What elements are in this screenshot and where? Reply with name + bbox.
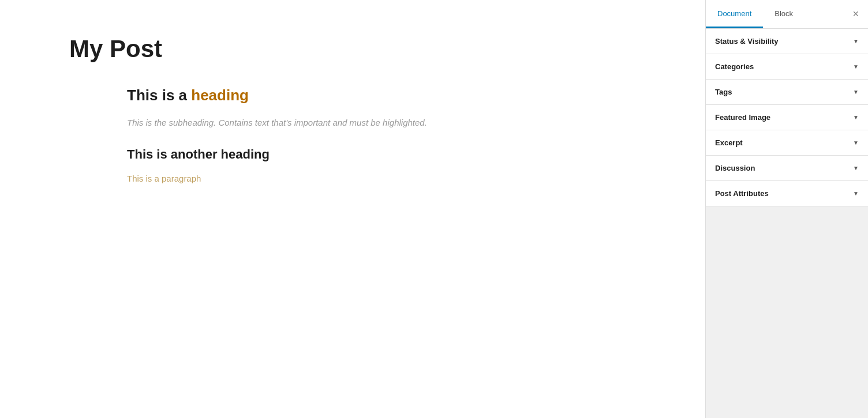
section-tags[interactable]: Tags ▼	[706, 80, 868, 105]
heading-1-highlight: heading	[191, 86, 249, 104]
section-featured-image-label: Featured Image	[715, 113, 770, 122]
chevron-down-icon: ▼	[853, 165, 859, 171]
chevron-down-icon: ▼	[853, 190, 859, 197]
heading-2: This is another heading	[127, 147, 519, 162]
chevron-down-icon: ▼	[853, 140, 859, 146]
section-tags-label: Tags	[715, 88, 732, 96]
section-post-attributes-label: Post Attributes	[715, 189, 769, 198]
chevron-down-icon: ▼	[853, 63, 859, 70]
post-title[interactable]: My Post	[69, 35, 659, 63]
section-post-attributes[interactable]: Post Attributes ▼	[706, 181, 868, 206]
section-categories-label: Categories	[715, 62, 754, 71]
section-featured-image[interactable]: Featured Image ▼	[706, 105, 868, 130]
section-status-visibility[interactable]: Status & Visibility ▼	[706, 29, 868, 54]
heading-1-text-before: This is a	[127, 86, 191, 104]
sidebar-gray-area	[706, 206, 868, 418]
section-discussion-label: Discussion	[715, 164, 755, 172]
paragraph-link[interactable]: This is a paragraph	[127, 174, 201, 183]
section-status-visibility-label: Status & Visibility	[715, 37, 779, 46]
sidebar-close-button[interactable]: ×	[843, 0, 868, 28]
section-excerpt[interactable]: Excerpt ▼	[706, 130, 868, 156]
sidebar: Document Block × Status & Visibility ▼ C…	[705, 0, 868, 418]
chevron-down-icon: ▼	[853, 89, 859, 95]
sidebar-header: Document Block ×	[706, 0, 868, 29]
section-discussion[interactable]: Discussion ▼	[706, 156, 868, 181]
section-categories[interactable]: Categories ▼	[706, 54, 868, 80]
subheading-text: This is the subheading. Contains text th…	[127, 116, 519, 130]
section-excerpt-label: Excerpt	[715, 138, 743, 147]
tab-block[interactable]: Block	[763, 0, 805, 28]
chevron-down-icon: ▼	[853, 114, 859, 120]
chevron-down-icon: ▼	[853, 38, 859, 44]
heading-1: This is a heading	[127, 86, 519, 104]
content-area: This is a heading This is the subheading…	[127, 86, 519, 184]
tab-document[interactable]: Document	[706, 0, 763, 28]
editor-main: My Post This is a heading This is the su…	[0, 0, 705, 418]
